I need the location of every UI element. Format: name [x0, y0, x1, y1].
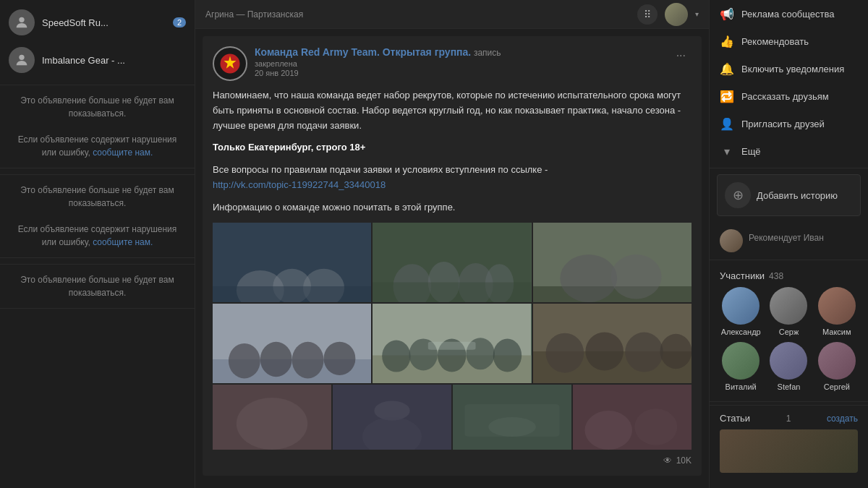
- add-story-block[interactable]: ⊕ Добавить историю: [717, 174, 861, 216]
- post-header: Команда Red Army Team. Открытая группа. …: [213, 46, 692, 81]
- main-content: Агрина — Партизанская ⠿ ▾ Команда Red Ar…: [195, 0, 709, 488]
- right-menu-item-advertise[interactable]: 📢 Реклама сообщества: [710, 0, 868, 27]
- right-menu: 📢 Реклама сообщества 👍 Рекомендовать 🔔 В…: [710, 0, 868, 165]
- top-bar: Агрина — Партизанская ⠿ ▾: [195, 0, 709, 29]
- left-sidebar: SpeedSoft Ru... 2 Imbalance Gear - ... Э…: [0, 0, 195, 488]
- members-count: 438: [769, 271, 783, 281]
- recommends-divider: [710, 260, 868, 260]
- group-name-imbalance: Imbalance Gear - ...: [42, 55, 186, 66]
- svg-point-49: [634, 408, 677, 445]
- photo-cell-2[interactable]: [373, 223, 531, 302]
- post-body: Напоминаем, что наша команда ведет набор…: [213, 88, 692, 215]
- photo-cell-4[interactable]: [213, 304, 371, 383]
- group-avatar-speedsoft: [9, 9, 35, 35]
- articles-block: Статьи 1 создать: [710, 405, 868, 480]
- member-item-серж[interactable]: Серж: [767, 287, 809, 336]
- member-avatar-виталий: [722, 342, 760, 380]
- member-name-серж: Серж: [779, 328, 799, 336]
- share-label: Рассказать друзьям: [741, 91, 829, 102]
- member-item-максим[interactable]: Максим: [816, 287, 858, 336]
- ad-text-1: Это объявление больше не будет вам показ…: [10, 94, 184, 159]
- group-badge-speedsoft: 2: [173, 17, 186, 27]
- articles-title: Статьи: [720, 413, 750, 424]
- photo-cell-8[interactable]: [333, 385, 451, 450]
- post-paragraph-3: Все вопросы по правилам подачи заявки и …: [213, 163, 692, 193]
- article-preview-image[interactable]: [720, 429, 858, 473]
- photo-grid: [213, 223, 692, 450]
- svg-point-37: [625, 332, 663, 372]
- photo-cell-1[interactable]: [213, 223, 371, 302]
- member-name-максим: Максим: [822, 328, 851, 336]
- sidebar-item-speedsoft[interactable]: SpeedSoft Ru... 2: [0, 4, 195, 41]
- views-count: 10K: [676, 455, 692, 466]
- recommender-avatar: [720, 229, 743, 252]
- member-item-stefan[interactable]: Stefan: [767, 342, 809, 391]
- ad-report-link-2[interactable]: сообщите нам.: [93, 237, 153, 247]
- recommends-block: Рекомендует Иван: [710, 222, 868, 257]
- photo-cell-6[interactable]: [533, 304, 692, 383]
- member-avatar-сергей: [818, 342, 856, 380]
- articles-header: Статьи 1 создать: [720, 413, 858, 424]
- post-link[interactable]: http://vk.com/topic-119922744_33440018: [213, 179, 386, 190]
- photo-cell-10[interactable]: [573, 385, 692, 450]
- photo-cell-9[interactable]: [453, 385, 571, 450]
- members-grid: Александр Серж Максим Виталий Stefan Сер…: [720, 287, 858, 391]
- member-item-сергей[interactable]: Сергей: [816, 342, 858, 391]
- notify-label: Включить уведомления: [741, 64, 844, 74]
- ad-text-3-line1: Это объявление больше не будет вам показ…: [20, 275, 174, 298]
- post-menu-button[interactable]: ···: [671, 46, 692, 65]
- right-menu-item-notify[interactable]: 🔔 Включить уведомления: [710, 55, 868, 82]
- right-menu-item-share[interactable]: 🔁 Рассказать друзьям: [710, 82, 868, 110]
- photo-cell-7[interactable]: [213, 385, 331, 450]
- post-group-avatar[interactable]: [213, 46, 247, 81]
- members-title-label: Участники: [720, 270, 765, 281]
- photo-cell-3[interactable]: [533, 223, 692, 302]
- breadcrumb: Агрина — Партизанская: [205, 9, 303, 20]
- more-label: Ещё: [741, 146, 761, 157]
- member-avatar-stefan: [770, 342, 807, 380]
- member-name-александр: Александр: [721, 328, 761, 336]
- svg-point-36: [585, 332, 624, 370]
- member-item-александр[interactable]: Александр: [720, 287, 762, 336]
- svg-point-24: [324, 341, 356, 374]
- photo-cell-5[interactable]: [373, 304, 531, 383]
- right-menu-item-recommend[interactable]: 👍 Рекомендовать: [710, 27, 868, 55]
- more-icon: ▾: [720, 144, 734, 158]
- articles-create-button[interactable]: создать: [827, 414, 858, 424]
- eye-icon: 👁: [663, 455, 672, 466]
- svg-point-27: [382, 340, 410, 372]
- member-avatar-серж: [770, 287, 807, 325]
- group-name-speedsoft: SpeedSoft Ru...: [42, 17, 169, 28]
- sidebar-item-imbalance[interactable]: Imbalance Gear - ...: [0, 41, 195, 79]
- svg-point-38: [660, 333, 692, 368]
- svg-point-0: [19, 17, 24, 22]
- post-paragraph-2: Только Екатеринбург, строго 18+: [213, 140, 692, 155]
- advertise-label: Реклама сообщества: [741, 9, 835, 20]
- share-icon: 🔁: [720, 89, 734, 103]
- members-block: Участники 438 Александр Серж Максим Вита…: [710, 263, 868, 398]
- right-menu-item-invite[interactable]: 👤 Пригласить друзей: [710, 110, 868, 137]
- member-avatar-александр: [722, 287, 760, 325]
- svg-point-22: [260, 341, 292, 376]
- ad-report-link-1[interactable]: сообщите нам.: [93, 147, 153, 158]
- member-name-виталий: Виталий: [726, 382, 757, 391]
- member-item-виталий[interactable]: Виталий: [720, 342, 762, 391]
- member-name-сергей: Сергей: [824, 382, 850, 391]
- ad-text-2-line1: Это объявление больше не будет вам показ…: [20, 185, 174, 208]
- member-name-stefan: Stefan: [778, 382, 801, 391]
- svg-point-18: [610, 254, 661, 299]
- svg-point-46: [488, 417, 536, 437]
- story-label: Добавить историю: [757, 190, 838, 201]
- svg-point-23: [292, 341, 324, 378]
- advertise-icon: 📢: [720, 7, 734, 21]
- recommends-title: Рекомендует Иван: [749, 233, 824, 243]
- ad-text-1-line1: Это объявление больше не будет вам показ…: [20, 95, 174, 119]
- right-menu-item-more[interactable]: ▾ Ещё: [710, 137, 868, 165]
- ad-block-1: Это объявление больше не будет вам показ…: [0, 85, 195, 168]
- chevron-down-icon[interactable]: ▾: [695, 10, 699, 18]
- post-author-name[interactable]: Команда Red Army Team. Открытая группа.: [255, 46, 471, 58]
- recommend-icon: 👍: [720, 34, 734, 48]
- user-avatar-top[interactable]: [665, 3, 688, 26]
- apps-grid-icon[interactable]: ⠿: [637, 4, 658, 25]
- recommender-row: Рекомендует Иван: [720, 229, 858, 252]
